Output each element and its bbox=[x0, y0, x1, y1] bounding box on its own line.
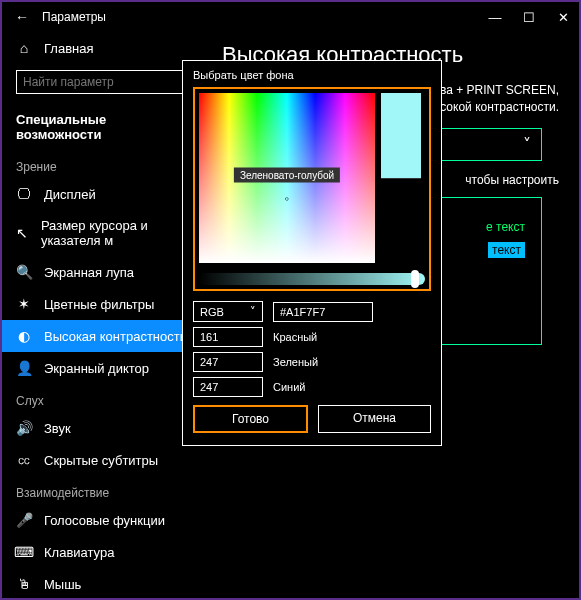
keyboard-icon: ⌨ bbox=[16, 544, 32, 560]
window-controls: ― ☐ ✕ bbox=[487, 10, 571, 25]
red-input[interactable] bbox=[193, 327, 263, 347]
sidebar-item-color-filters[interactable]: ✶ Цветные фильтры bbox=[2, 288, 202, 320]
back-button[interactable]: ← bbox=[10, 9, 34, 25]
green-input[interactable] bbox=[193, 352, 263, 372]
display-icon: 🖵 bbox=[16, 186, 32, 202]
picker-done-button[interactable]: Готово bbox=[193, 405, 308, 433]
color-mode-select[interactable]: RGB˅ bbox=[193, 301, 263, 322]
magnifier-icon: 🔍 bbox=[16, 264, 32, 280]
contrast-icon: ◐ bbox=[16, 328, 32, 344]
narrator-icon: 👤 bbox=[16, 360, 32, 376]
sidebar-label: Клавиатура bbox=[44, 545, 114, 560]
search-box[interactable] bbox=[16, 70, 188, 94]
sidebar-item-captions[interactable]: ㏄ Скрытые субтитры bbox=[2, 444, 202, 476]
titlebar: ← Параметры ― ☐ ✕ bbox=[2, 2, 579, 32]
hex-input[interactable] bbox=[273, 302, 373, 322]
sidebar-item-cursor[interactable]: ↖ Размер курсора и указателя м bbox=[2, 210, 202, 256]
minimize-button[interactable]: ― bbox=[487, 10, 503, 25]
sidebar-label: Цветные фильтры bbox=[44, 297, 154, 312]
opacity-thumb[interactable] bbox=[411, 270, 419, 288]
color-name-tooltip: Зеленовато-голубой bbox=[234, 167, 340, 182]
sidebar-group-vision: Зрение bbox=[2, 150, 202, 178]
sidebar-special-header: Специальные возможности bbox=[2, 104, 202, 150]
home-icon: ⌂ bbox=[16, 40, 32, 56]
sidebar-item-magnifier[interactable]: 🔍 Экранная лупа bbox=[2, 256, 202, 288]
sidebar-item-sound[interactable]: 🔊 Звук bbox=[2, 412, 202, 444]
sidebar-label: Экранная лупа bbox=[44, 265, 134, 280]
cursor-icon: ↖ bbox=[16, 225, 29, 241]
opacity-slider[interactable] bbox=[199, 273, 425, 285]
sidebar-label: Скрытые субтитры bbox=[44, 453, 158, 468]
search-input[interactable] bbox=[23, 75, 181, 89]
sidebar-home[interactable]: ⌂ Главная bbox=[2, 32, 202, 64]
close-button[interactable]: ✕ bbox=[555, 10, 571, 25]
window-title: Параметры bbox=[42, 10, 106, 24]
picker-controls: RGB˅ Красный Зеленый Синий Готово Отмена bbox=[193, 301, 431, 433]
sidebar-label: Звук bbox=[44, 421, 71, 436]
sidebar-label: Голосовые функции bbox=[44, 513, 165, 528]
mouse-icon: 🖱 bbox=[16, 576, 32, 592]
sidebar-group-hearing: Слух bbox=[2, 384, 202, 412]
spectrum-cursor-icon: ◦ bbox=[285, 191, 290, 206]
color-preview-old bbox=[381, 178, 421, 264]
blue-label: Синий bbox=[273, 381, 305, 393]
blue-input[interactable] bbox=[193, 377, 263, 397]
sidebar-item-high-contrast[interactable]: ◐ Высокая контрастность bbox=[2, 320, 202, 352]
sidebar: ⌂ Главная Специальные возможности Зрение… bbox=[2, 32, 202, 598]
captions-icon: ㏄ bbox=[16, 452, 32, 468]
sidebar-group-interaction: Взаимодействие bbox=[2, 476, 202, 504]
hyperlink-text: е текст bbox=[486, 220, 525, 234]
sidebar-item-display[interactable]: 🖵 Дисплей bbox=[2, 178, 202, 210]
sidebar-label: Дисплей bbox=[44, 187, 96, 202]
sidebar-label: Главная bbox=[44, 41, 93, 56]
color-filter-icon: ✶ bbox=[16, 296, 32, 312]
red-label: Красный bbox=[273, 331, 317, 343]
sidebar-item-keyboard[interactable]: ⌨ Клавиатура bbox=[2, 536, 202, 568]
sidebar-label: Мышь bbox=[44, 577, 81, 592]
maximize-button[interactable]: ☐ bbox=[521, 10, 537, 25]
color-picker: Выбрать цвет фона Зеленовато-голубой ◦ R… bbox=[182, 60, 442, 446]
picker-cancel-button[interactable]: Отмена bbox=[318, 405, 431, 433]
selected-text: текст bbox=[488, 242, 525, 258]
color-preview-new bbox=[381, 93, 421, 178]
picker-title: Выбрать цвет фона bbox=[193, 69, 431, 81]
sidebar-label: Размер курсора и указателя м bbox=[41, 218, 188, 248]
color-area-wrap: Зеленовато-голубой ◦ bbox=[193, 87, 431, 291]
color-preview-column bbox=[381, 93, 421, 263]
sidebar-item-narrator[interactable]: 👤 Экранный диктор bbox=[2, 352, 202, 384]
chevron-down-icon: ˅ bbox=[250, 305, 256, 318]
sidebar-label: Высокая контрастность bbox=[44, 329, 187, 344]
color-spectrum[interactable]: Зеленовато-голубой ◦ bbox=[199, 93, 375, 263]
sidebar-item-mouse[interactable]: 🖱 Мышь bbox=[2, 568, 202, 598]
sound-icon: 🔊 bbox=[16, 420, 32, 436]
green-label: Зеленый bbox=[273, 356, 318, 368]
sidebar-label: Экранный диктор bbox=[44, 361, 149, 376]
mic-icon: 🎤 bbox=[16, 512, 32, 528]
sidebar-item-voice[interactable]: 🎤 Голосовые функции bbox=[2, 504, 202, 536]
